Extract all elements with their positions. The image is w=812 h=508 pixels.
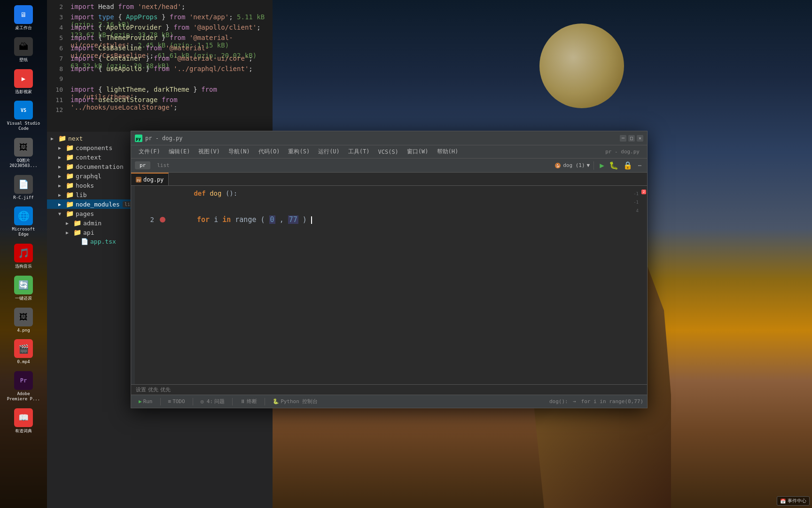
run-play-icon: ▶ — [139, 398, 142, 405]
taskbar-icon-vscode[interactable]: VS Visual Studio Code — [5, 98, 42, 134]
more-actions: ⋯ — [636, 161, 643, 170]
python-console-button[interactable]: 🐍 Python 控制台 — [269, 397, 321, 406]
run-config-arrow: ▼ — [587, 162, 590, 168]
python-console-label: Python 控制台 — [281, 398, 318, 405]
left-gutter — [131, 186, 135, 384]
py-line-for: 2 for i in range ( 0 , 77 ) — [139, 212, 638, 227]
run-action-buttons: ▶ 🐛 🔒 — [598, 160, 634, 171]
code-line-2: 2 import Head from 'next/head'; — [47, 3, 273, 13]
run-label: Run — [143, 398, 153, 405]
pycharm-toolbar: pr list 🐕 dog (1) ▼ ▶ 🐛 🔒 ⋯ — [131, 159, 647, 173]
menu-refactor[interactable]: 重构(S) — [284, 146, 313, 157]
python-file-icon: py — [136, 177, 141, 183]
taskbar-icon-workbench[interactable]: 🖥 桌工作台 — [5, 2, 42, 33]
close-button[interactable]: ✕ — [637, 135, 643, 142]
code-line-10: 10 import { lightTheme, darkTheme } from… — [47, 86, 273, 96]
toolbar-tabs: pr list — [135, 161, 174, 169]
event-icon: 📅 — [780, 499, 786, 504]
pycharm-breadcrumb: 设置 优先 优先 — [131, 384, 647, 395]
todo-icon: ≡ — [168, 398, 172, 405]
code-line-6: 6 import CssBaseline from '@material-ui/… — [47, 44, 273, 55]
taskbar-left: 🖥 桌工作台 🏔 壁纸 ▶ 迅影视家 VS Visual Studio Code… — [0, 0, 47, 508]
problems-label: 问题 — [214, 398, 225, 405]
taskbar-icon-qq-img1[interactable]: 🖼 QQ图片 20230503... — [5, 135, 42, 171]
maximize-button[interactable]: □ — [628, 135, 635, 142]
event-label: 事件中心 — [788, 498, 806, 504]
pycharm-editor[interactable]: 2 def dog (): 2 — [131, 186, 647, 384]
pycharm-tab-bar: py dog.py — [131, 173, 647, 186]
py-line-blank — [139, 201, 638, 212]
lock-button[interactable]: 🔒 — [621, 160, 634, 171]
moon-decoration — [539, 24, 624, 108]
taskbar-icon-wallpaper[interactable]: 🏔 壁纸 — [5, 34, 42, 65]
stop-label: 终断 — [247, 398, 257, 405]
more-button[interactable]: ⋯ — [636, 161, 643, 170]
python-icon: 🐍 — [273, 398, 279, 405]
problems-icon: ◎ 4: — [201, 398, 213, 405]
statusbar-current-code: dog(): → for i in range(0,77) — [549, 398, 643, 405]
menu-code[interactable]: 代码(O) — [255, 146, 284, 157]
taskbar-icon-img4[interactable]: 🖼 4.png — [5, 305, 42, 336]
taskbar-icon-rcjiff[interactable]: 📄 R-C.jiff — [5, 172, 42, 203]
stop-button[interactable]: ⏸ 终断 — [236, 397, 261, 406]
menu-tools[interactable]: 工具(T) — [344, 146, 374, 157]
code-line-7: 7 import { Container } from '@material-u… — [47, 55, 273, 65]
toolbar-tab-pr[interactable]: pr — [135, 161, 150, 169]
minimap-numbers: -1 -1 4 — [612, 186, 640, 384]
menu-window[interactable]: 窗口(W) — [403, 146, 432, 157]
run-action-button[interactable]: ▶ Run — [135, 397, 156, 406]
run-button[interactable]: ▶ — [598, 160, 606, 171]
run-config-label: pr - dog.py — [605, 149, 640, 155]
menu-help[interactable]: 帮助(H) — [433, 146, 462, 157]
taskbar-icon-dict[interactable]: 📖 有道词典 — [5, 405, 42, 437]
pycharm-app-icon: py — [135, 135, 142, 142]
taskbar-icon-premiere[interactable]: Pr Adobe Premiere P... — [5, 368, 42, 405]
svg-text:py: py — [136, 136, 141, 141]
editor-tab-dog-py[interactable]: py dog.py — [131, 173, 169, 185]
taskbar-icon-restore[interactable]: 🔄 一键还原 — [5, 273, 42, 304]
breadcrumb-text: 设置 — [136, 386, 146, 393]
problems-button[interactable]: ◎ 4: 问题 — [197, 397, 229, 406]
breakpoint-indicator — [160, 217, 165, 222]
toolbar-tab-list[interactable]: list — [152, 161, 174, 169]
run-config-selector[interactable]: 🐕 dog (1) ▼ — [554, 162, 590, 169]
pycharm-bottom-toolbar: ▶ Run ≡ TODO ◎ 4: 问题 ⏸ 终断 🐍 Python 控制台 d… — [131, 395, 647, 408]
code-line-4: 4 import { ApolloProvider } from '@apoll… — [47, 24, 273, 34]
code-area[interactable]: def dog (): 2 for i in — [131, 186, 647, 231]
statusbar-line: for i in range(0,77) — [581, 398, 643, 405]
error-indicator: 2 — [641, 190, 646, 194]
code-line-8: 8 import { useApollo } from '../graphql/… — [47, 65, 273, 75]
minimize-button[interactable]: ─ — [620, 135, 626, 142]
pycharm-menubar: 文件(F) 编辑(E) 视图(V) 导航(N) 代码(O) 重构(S) 运行(U… — [131, 145, 647, 159]
statusbar-func: dog(): — [549, 398, 568, 405]
dog-icon: 🐕 — [554, 162, 561, 169]
window-controls: ─ □ ✕ — [620, 135, 643, 142]
menu-view[interactable]: 视图(V) — [195, 146, 224, 157]
tab-filename: dog.py — [143, 176, 164, 183]
run-config-name: dog (1) — [563, 162, 585, 168]
taskbar-icon-music[interactable]: 🎵 迅狗音乐 — [5, 241, 42, 272]
right-gutter: 2 — [640, 186, 647, 384]
pycharm-titlebar: py pr - dog.py ─ □ ✕ — [131, 131, 647, 145]
svg-text:py: py — [137, 178, 141, 182]
taskbar-icon-edge[interactable]: 🌐 Microsoft Edge — [5, 204, 42, 240]
todo-button[interactable]: ≡ TODO — [164, 397, 189, 406]
code-line-11: 11 import useLocalStorage from '../hooks… — [47, 96, 273, 106]
py-line-def: def dog (): — [139, 190, 638, 201]
todo-label: TODO — [172, 398, 185, 405]
taskbar-icon-mp4[interactable]: 🎬 0.mp4 — [5, 336, 42, 367]
taskbar-icon-video[interactable]: ▶ 迅影视家 — [5, 66, 42, 97]
event-center-badge[interactable]: 📅 事件中心 — [777, 496, 810, 506]
debug-button[interactable]: 🐛 — [607, 160, 620, 171]
menu-vcs[interactable]: VCS(S) — [375, 147, 402, 157]
menu-navigate[interactable]: 导航(N) — [225, 146, 254, 157]
svg-text:🐕: 🐕 — [556, 164, 560, 168]
menu-file[interactable]: 文件(F) — [135, 146, 164, 157]
pycharm-window: py pr - dog.py ─ □ ✕ 文件(F) 编辑(E) 视图(V) 导… — [131, 131, 648, 408]
pycharm-title-text: pr - dog.py — [145, 135, 620, 142]
code-line-3: 3 import type { AppProps } from 'next/ap… — [47, 13, 273, 24]
menu-run[interactable]: 运行(U) — [314, 146, 344, 157]
code-line-5: 5 import { ThemeProvider } from '@materi… — [47, 34, 273, 44]
stop-icon: ⏸ — [240, 398, 245, 405]
menu-edit[interactable]: 编辑(E) — [165, 146, 194, 157]
